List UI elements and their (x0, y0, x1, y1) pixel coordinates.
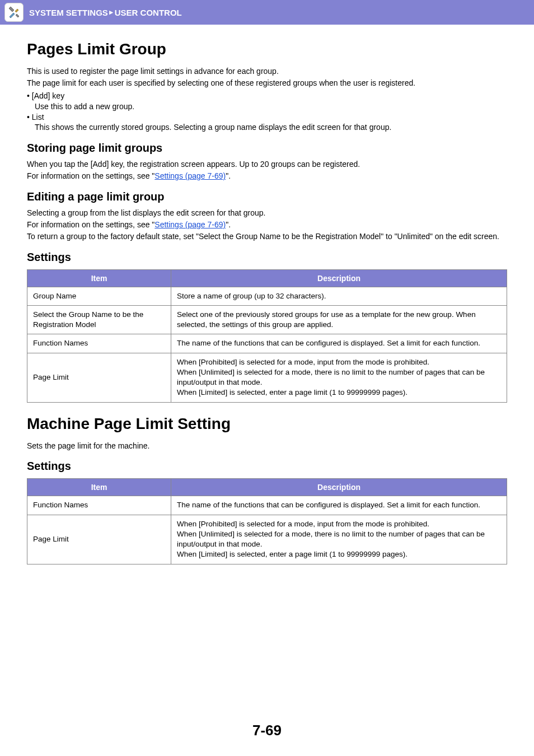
table-row: Function Names The name of the functions… (27, 334, 507, 353)
page-content: Pages Limit Group This is used to regist… (0, 25, 534, 564)
settings-link[interactable]: Settings (page 7-69) (154, 220, 226, 229)
cell-desc: When [Prohibited] is selected for a mode… (171, 515, 507, 564)
settings-link[interactable]: Settings (page 7-69) (154, 171, 226, 180)
cell-item: Page Limit (27, 353, 171, 402)
tools-icon-svg (7, 6, 21, 19)
th-description: Description (171, 479, 507, 496)
page-number: 7-69 (0, 722, 534, 739)
body-text: Selecting a group from the list displays… (27, 208, 507, 218)
bullet-label: • List (27, 112, 507, 123)
text-pre: For information on the settings, see " (27, 171, 154, 180)
th-item: Item (27, 269, 171, 287)
section-title-machine-page-limit: Machine Page Limit Setting (27, 415, 507, 433)
text-post: ". (226, 220, 231, 229)
bullet-desc: This shows the currently stored groups. … (27, 122, 507, 133)
table-header-row: Item Description (27, 479, 507, 496)
bullet-desc: Use this to add a new group. (27, 101, 507, 112)
cell-desc: The name of the functions that can be co… (171, 496, 507, 515)
table-row: Function Names The name of the functions… (27, 496, 507, 515)
table-header-row: Item Description (27, 269, 507, 287)
table-row: Group Name Store a name of group (up to … (27, 287, 507, 305)
table-row: Page Limit When [Prohibited] is selected… (27, 515, 507, 564)
intro-text: This is used to register the page limit … (27, 66, 507, 77)
cell-item: Page Limit (27, 515, 171, 564)
cell-item: Group Name (27, 287, 171, 305)
cell-item: Function Names (27, 334, 171, 353)
breadcrumb-part1: SYSTEM SETTINGS (29, 8, 108, 17)
subsection-title-storing: Storing page limit groups (27, 142, 507, 155)
cell-desc: The name of the functions that can be co… (171, 334, 507, 353)
body-text: To return a group to the factory default… (27, 231, 507, 242)
section-title-pages-limit-group: Pages Limit Group (27, 40, 507, 58)
settings-table-1: Item Description Group Name Store a name… (27, 269, 507, 403)
cell-item: Select the Group Name to be the Registra… (27, 306, 171, 334)
table-row: Page Limit When [Prohibited] is selected… (27, 353, 507, 402)
tools-icon (4, 3, 24, 22)
cell-desc: When [Prohibited] is selected for a mode… (171, 353, 507, 402)
th-description: Description (171, 269, 507, 287)
text-pre: For information on the settings, see " (27, 220, 154, 229)
body-text: For information on the settings, see "Se… (27, 171, 507, 181)
cell-desc: Store a name of group (up to 32 characte… (171, 287, 507, 305)
settings-table-2: Item Description Function Names The name… (27, 478, 507, 564)
breadcrumb-bar: SYSTEM SETTINGS ► USER CONTROL (0, 0, 534, 25)
cell-item: Function Names (27, 496, 171, 515)
body-text: When you tap the [Add] key, the registra… (27, 159, 507, 170)
text-post: ". (226, 171, 231, 180)
subsection-title-settings-2: Settings (27, 460, 507, 473)
subsection-title-settings-1: Settings (27, 251, 507, 264)
breadcrumb-separator-icon: ► (108, 8, 115, 16)
bullet-label: • [Add] key (27, 91, 507, 101)
intro-text: The page limit for each user is specifie… (27, 78, 507, 88)
body-text: For information on the settings, see "Se… (27, 220, 507, 230)
subsection-title-editing: Editing a page limit group (27, 190, 507, 203)
breadcrumb-part2: USER CONTROL (115, 8, 182, 17)
intro-text: Sets the page limit for the machine. (27, 441, 507, 451)
cell-desc: Select one of the previously stored grou… (171, 306, 507, 334)
th-item: Item (27, 479, 171, 496)
bullet-list: • [Add] key Use this to add a new group.… (27, 91, 507, 133)
table-row: Select the Group Name to be the Registra… (27, 306, 507, 334)
